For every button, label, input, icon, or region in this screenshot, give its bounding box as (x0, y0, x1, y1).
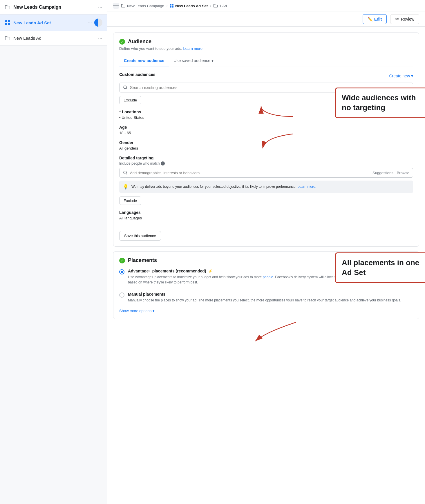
edit-button[interactable]: ✏️ Edit (363, 14, 387, 24)
locations-label-text: * Locations (119, 110, 141, 114)
advantage-people-link[interactable]: people (263, 275, 273, 279)
campaign-dots[interactable]: ··· (98, 4, 102, 10)
advantage-content: Advantage+ placements (recommended) ⚡ Us… (128, 269, 413, 285)
main-content: New Leads Campaign › New Leads Ad Set › … (107, 0, 425, 504)
manual-placement-option[interactable]: Manual placements Manually choose the pl… (119, 288, 413, 306)
eye-icon: 👁 (395, 17, 399, 21)
exclude-button-2[interactable]: Exclude (119, 196, 141, 205)
placements-learn-more[interactable]: Learn more (394, 258, 413, 263)
breadcrumb-toggle-icon[interactable] (113, 3, 119, 9)
languages-value: All languages (119, 216, 413, 220)
targeting-search-box[interactable]: Suggestions Browse (119, 168, 413, 178)
create-new-button[interactable]: Create new ▾ (389, 74, 413, 78)
exclude-label-2: Exclude (124, 199, 137, 203)
custom-audience-search-box[interactable] (119, 83, 413, 92)
review-label: Review (401, 17, 414, 21)
manual-desc: Manually choose the places to show your … (128, 298, 401, 303)
manual-radio[interactable] (119, 292, 124, 298)
languages-group: Languages All languages (119, 210, 413, 220)
advantage-placement-option[interactable]: Advantage+ placements (recommended) ⚡ Us… (119, 265, 413, 288)
ad-folder-icon (5, 35, 10, 41)
show-more-options[interactable]: Show more options ▾ (119, 309, 413, 313)
targeting-search-icon (123, 170, 128, 175)
breadcrumb-ad-label: 1 Ad (219, 4, 227, 8)
gender-value: All genders (119, 146, 413, 150)
sidebar-item-campaign[interactable]: New Leads Campaign ··· (0, 0, 107, 14)
languages-label: Languages (119, 210, 413, 215)
breadcrumb-sep2: › (210, 4, 211, 8)
pencil-icon: ✏️ (368, 17, 372, 21)
audience-title: Audience (128, 39, 151, 45)
locations-label: * Locations (119, 110, 413, 114)
advantage-desc: Use Advantage+ placements to maximize yo… (128, 274, 413, 285)
sidebar-item-adset[interactable]: New Leads Ad Set ··· (0, 14, 107, 31)
detailed-targeting-group: Detailed targeting Include people who ma… (119, 156, 413, 205)
adset-toggle[interactable] (94, 19, 102, 27)
audience-section: ✓ Audience Define who you want to see yo… (113, 32, 419, 247)
adset-label: New Leads Ad Set (13, 20, 85, 25)
advantage-radio[interactable] (119, 269, 124, 274)
info-icon: i (161, 161, 165, 165)
delivery-learn-more[interactable]: Learn more. (297, 185, 316, 189)
tab-dropdown-arrow: ▾ (211, 58, 214, 63)
gender-group: Gender All genders (119, 140, 413, 150)
audience-subtitle: Define who you want to see your ads. Lea… (119, 46, 413, 51)
breadcrumb: New Leads Campaign › New Leads Ad Set › … (107, 0, 425, 12)
targeting-search-input[interactable] (130, 171, 370, 175)
targeting-sub: Include people who match i (119, 161, 413, 165)
edit-label: Edit (374, 17, 382, 21)
placements-title: Placements (128, 257, 157, 263)
locations-group: * Locations United States (119, 110, 413, 120)
tab-create-new[interactable]: Create new audience (119, 55, 169, 66)
tab-saved-audience[interactable]: Use saved audience ▾ (169, 55, 218, 66)
sidebar: New Leads Campaign ··· New Leads Ad Set … (0, 0, 107, 504)
save-audience-label: Save this audience (124, 234, 156, 238)
manual-title: Manual placements (128, 292, 401, 296)
placements-header: ✓ Placements Learn more (119, 257, 413, 263)
breadcrumb-adset: New Leads Ad Set (170, 4, 208, 8)
content-overlay-container: ✓ Audience Define who you want to see yo… (107, 27, 425, 330)
ad-dots[interactable]: ··· (98, 35, 102, 41)
exclude-label-1: Exclude (124, 98, 137, 102)
exclude-button-1[interactable]: Exclude (119, 96, 141, 104)
show-more-label: Show more options (119, 309, 151, 313)
tab-create-label: Create new audience (124, 58, 164, 63)
suggestions-label[interactable]: Suggestions (372, 171, 393, 175)
audience-section-header: ✓ Audience (119, 39, 413, 45)
create-new-arrow: ▾ (411, 74, 413, 78)
advantage-title: Advantage+ placements (recommended) ⚡ (128, 269, 413, 273)
audience-subtitle-text: Define who you want to see your ads. (119, 46, 182, 51)
lightbulb-icon: 💡 (123, 184, 129, 190)
audience-check-icon: ✓ (119, 39, 125, 45)
review-button[interactable]: 👁 Review (390, 14, 419, 24)
audience-learn-more[interactable]: Learn more (183, 46, 202, 51)
advantage-title-text: Advantage+ placements (recommended) (128, 269, 206, 273)
advantage-plus-icon: ⚡ (208, 269, 213, 273)
create-new-label: Create new (389, 74, 410, 78)
location-value: United States (119, 115, 413, 120)
breadcrumb-sep1: › (167, 4, 168, 8)
custom-audiences-container: Custom audiences Create new ▾ Exclude (119, 72, 413, 104)
breadcrumb-adset-icon (170, 4, 173, 8)
ad-label: New Leads Ad (13, 36, 96, 41)
campaign-label: New Leads Campaign (13, 5, 96, 10)
search-icon (123, 85, 128, 90)
targeting-search-actions: Suggestions Browse (372, 171, 409, 175)
divider (119, 225, 413, 225)
browse-label[interactable]: Browse (397, 171, 409, 175)
custom-audience-search-input[interactable] (130, 85, 409, 90)
advantage-desc-pre: Use Advantage+ placements to maximize yo… (128, 275, 263, 279)
adset-grid-icon (5, 20, 10, 26)
campaign-folder-icon (5, 4, 10, 10)
manual-content: Manual placements Manually choose the pl… (128, 292, 401, 303)
custom-audiences-label: Custom audiences (119, 72, 155, 77)
age-value: 18 - 65+ (119, 131, 413, 135)
tab-saved-label: Use saved audience (173, 58, 210, 63)
placements-check-icon: ✓ (119, 258, 125, 263)
sidebar-item-ad[interactable]: New Leads Ad ··· (0, 31, 107, 46)
adset-dots[interactable]: ··· (88, 20, 92, 26)
save-audience-button[interactable]: Save this audience (119, 231, 161, 241)
delivery-notice-text: We may deliver ads beyond your audiences… (131, 184, 316, 189)
breadcrumb-adset-label: New Leads Ad Set (175, 4, 208, 8)
age-group: Age 18 - 65+ (119, 125, 413, 135)
